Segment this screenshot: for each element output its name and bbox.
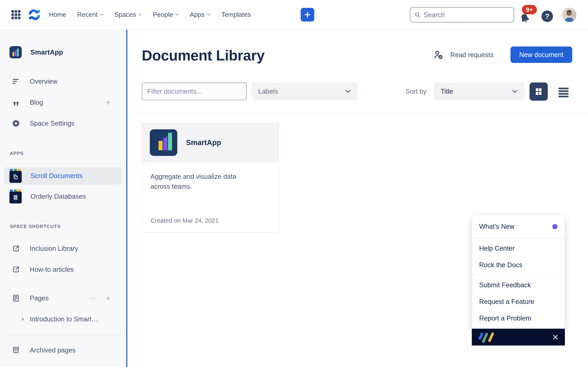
sidebar-item-label: Scroll Documents <box>30 172 83 180</box>
document-card-description: Aggregate and visualize data across team… <box>150 172 257 192</box>
nav-item-label: Spaces <box>114 11 136 18</box>
help-button[interactable]: ? <box>541 10 553 22</box>
menu-item-submit-feedback[interactable]: Submit Feedback <box>472 277 564 293</box>
list-view-icon <box>557 85 570 98</box>
chevron-down-icon <box>138 13 142 16</box>
add-page-button[interactable]: + <box>106 294 111 302</box>
notifications-button[interactable]: 9+ <box>519 10 535 25</box>
nav-item-label: Templates <box>221 11 251 18</box>
sidebar-item-pages[interactable]: Pages ⋯ + <box>0 288 126 309</box>
sidebar-item-archived-pages[interactable]: Archived pages <box>0 340 126 361</box>
chevron-down-icon <box>207 13 210 16</box>
sidebar-item-how-to-articles[interactable]: How-to articles <box>0 259 126 280</box>
user-avatar[interactable] <box>562 8 576 22</box>
nav-item-people[interactable]: People <box>153 11 179 18</box>
nav-item-label: People <box>153 11 173 18</box>
chevron-right-icon[interactable] <box>20 317 25 322</box>
menu-item-report-a-problem[interactable]: Report a Problem <box>472 310 564 327</box>
document-card-icon <box>150 129 177 156</box>
nav-item-label: Apps <box>190 11 205 18</box>
help-menu-group: Submit Feedback Request a Feature Report… <box>472 275 564 328</box>
read-requests-button[interactable]: Read requests <box>433 50 493 60</box>
search-input[interactable] <box>424 11 510 19</box>
menu-item-label: Report a Problem <box>479 315 531 322</box>
top-navigation-bar: Home Recent Spaces People Apps Templates <box>0 0 588 30</box>
gear-icon <box>11 119 21 128</box>
sidebar-item-label: Pages <box>30 294 49 302</box>
sidebar-item-label: Space Settings <box>30 120 75 127</box>
menu-item-help-center[interactable]: Help Center <box>472 240 564 257</box>
help-menu-group: What's New <box>472 215 564 238</box>
chevron-down-icon <box>512 90 518 93</box>
sidebar-nav-list: Overview ” Blog + Space Settings <box>0 71 126 134</box>
nav-item-templates[interactable]: Templates <box>221 11 251 18</box>
sidebar-item-overview[interactable]: Overview <box>0 71 126 92</box>
app-switcher-icon[interactable] <box>10 9 22 20</box>
avatar-photo <box>562 8 576 22</box>
nav-item-spaces[interactable]: Spaces <box>114 11 142 18</box>
add-blog-button[interactable]: + <box>106 98 111 107</box>
menu-item-label: Submit Feedback <box>479 281 531 289</box>
chevron-down-icon <box>100 13 104 16</box>
sidebar-item-label: Inclusion Library <box>30 245 78 252</box>
archive-icon <box>11 346 21 354</box>
external-link-icon <box>11 244 21 253</box>
close-icon <box>552 334 559 340</box>
overview-icon <box>11 77 21 86</box>
labels-dropdown-value: Labels <box>258 88 278 95</box>
pages-more-button[interactable]: ⋯ <box>90 294 97 302</box>
help-menu-group: Help Center Rock the Docs <box>472 239 564 275</box>
toolbar-divider <box>129 112 588 113</box>
space-icon <box>9 46 22 58</box>
space-header[interactable]: SmartApp <box>9 46 126 58</box>
page-tree-item-label: Introduction to Smart… <box>30 316 98 323</box>
sidebar-item-blog[interactable]: ” Blog + <box>0 92 126 113</box>
question-mark-icon: ? <box>545 12 549 20</box>
document-card-smartapp[interactable]: SmartApp Aggregate and visualize data ac… <box>142 123 279 233</box>
chevron-down-icon <box>345 90 351 93</box>
menu-item-label: Help Center <box>479 245 515 252</box>
labels-dropdown[interactable]: Labels <box>252 83 357 100</box>
read-requests-label: Read requests <box>450 51 493 59</box>
sidebar-item-label: Blog <box>30 99 43 106</box>
grid-view-icon <box>534 86 544 97</box>
space-name: SmartApp <box>30 48 63 56</box>
document-card-header: SmartApp <box>142 123 279 162</box>
confluence-app: Home Recent Spaces People Apps Templates <box>0 0 588 367</box>
sort-dropdown[interactable]: Title <box>434 83 524 100</box>
sort-by-label: Sort by <box>406 83 426 100</box>
new-document-button[interactable]: New document <box>510 47 572 63</box>
menu-item-label: Request a Feature <box>479 298 534 306</box>
menu-item-whats-new[interactable]: What's New <box>472 217 564 237</box>
sort-dropdown-value: Title <box>441 88 453 95</box>
sidebar-item-label: How-to articles <box>30 266 74 273</box>
page-tree-item-introduction[interactable]: Introduction to Smart… <box>0 309 126 330</box>
space-sidebar: SmartApp Overview ” Blog + <box>0 30 127 367</box>
vendor-logo-icon <box>478 331 492 343</box>
new-indicator-dot <box>552 224 558 229</box>
list-view-button[interactable] <box>557 85 570 99</box>
grid-view-button[interactable] <box>529 83 548 101</box>
nav-item-recent[interactable]: Recent <box>77 11 104 18</box>
sidebar-item-inclusion-library[interactable]: Inclusion Library <box>0 238 126 259</box>
menu-item-request-a-feature[interactable]: Request a Feature <box>472 293 564 310</box>
sidebar-item-space-settings[interactable]: Space Settings <box>0 113 126 134</box>
banner-close-button[interactable] <box>552 334 559 340</box>
search-icon <box>414 11 421 18</box>
create-button[interactable] <box>301 8 314 22</box>
nav-item-home[interactable]: Home <box>49 11 66 18</box>
space-shortcuts-section-header: SPACE SHORTCUTS <box>10 223 126 230</box>
filter-documents-input[interactable] <box>142 83 247 100</box>
chevron-down-icon <box>175 13 179 16</box>
nav-item-apps[interactable]: Apps <box>190 11 210 18</box>
sidebar-item-orderly-databases[interactable]: Orderly Databases <box>5 188 122 205</box>
sidebar-item-label: Orderly Databases <box>30 193 86 200</box>
menu-item-rock-the-docs[interactable]: Rock the Docs <box>472 257 564 273</box>
confluence-logo-icon[interactable] <box>28 9 41 20</box>
external-link-icon <box>11 265 21 274</box>
person-check-icon <box>433 50 444 60</box>
sidebar-item-scroll-documents[interactable]: Scroll Documents <box>5 167 122 184</box>
apps-section-header: APPS <box>10 150 126 157</box>
sidebar-item-label: Overview <box>30 78 57 85</box>
document-card-created-date: Created on Mar 24, 2021 <box>150 217 219 224</box>
